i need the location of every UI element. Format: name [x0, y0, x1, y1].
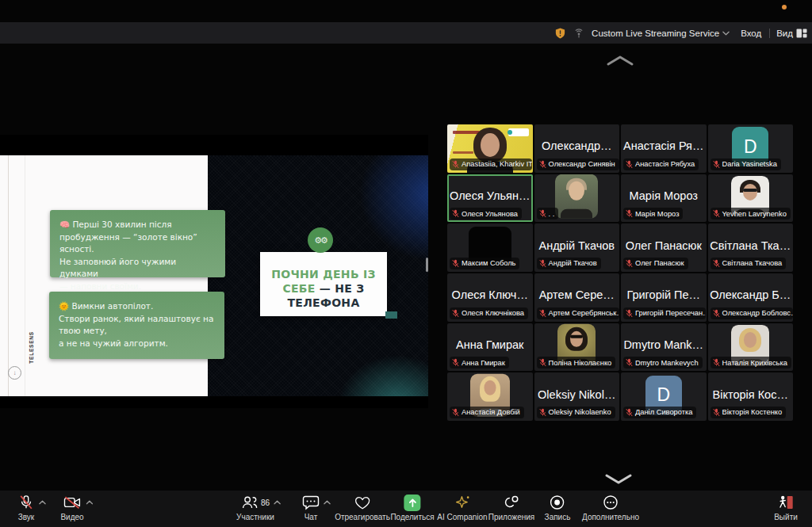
muted-mic-icon — [452, 358, 459, 367]
security-shield-icon[interactable] — [554, 27, 566, 40]
avatar — [555, 174, 598, 219]
participant-label: Анастасія Довбій — [450, 407, 524, 418]
participant-label: Максим Соболь — [450, 258, 519, 269]
share-screen-button[interactable]: Поделиться — [390, 495, 434, 521]
participant-tile[interactable]: D Даніл Сиворотка — [621, 372, 707, 421]
participant-label: Андрій Ткачов — [537, 258, 601, 269]
participant-label: Anastasiia, Kharkiv IT… — [450, 158, 532, 170]
participant-tile[interactable]: Олег Панасюк Олег Панасюк — [621, 223, 707, 272]
participant-tile[interactable]: Анна Гмирак Анна Гмирак — [447, 323, 533, 372]
more-ellipsis-icon — [603, 495, 619, 510]
participant-label: Dmytro Mankevych — [623, 357, 703, 369]
participant-label: . . — [537, 208, 559, 220]
shared-screen: TELESENS ↓ 🧠 Перші 30 хвилин після пробу… — [0, 135, 428, 408]
participant-tile[interactable]: Dmytro Mank… Dmytro Mankevych — [621, 323, 707, 372]
meeting-toolbar: Звук Видео 86 Участники — [0, 491, 812, 527]
video-options-chevron[interactable] — [86, 500, 93, 505]
participant-label: Анна Гмирак — [450, 357, 509, 369]
telesens-brand: TELESENS — [29, 331, 34, 364]
participant-tile[interactable]: Олександр… Олександр Синявін — [534, 124, 620, 173]
muted-mic-icon — [626, 259, 633, 268]
top-menu-bar: Custom Live Streaming Service Вход Вид — [0, 22, 812, 44]
muted-mic-icon — [452, 408, 459, 417]
download-arrow-icon: ↓ — [8, 366, 21, 380]
apps-button[interactable]: Приложения — [488, 495, 535, 521]
participant-tile[interactable]: Анастасія Довбій — [447, 372, 533, 421]
participant-tile[interactable]: Yevhen Lavrynenko — [708, 174, 794, 223]
participants-count: 86 — [261, 498, 270, 507]
broadcast-icon — [573, 28, 584, 39]
leave-meeting-button[interactable]: Выйти — [774, 495, 798, 521]
mute-audio-button[interactable]: Звук — [17, 495, 35, 521]
participant-tile[interactable]: Поліна Ніколаєнко — [534, 323, 620, 372]
participant-label: Марія Мороз — [623, 208, 683, 220]
participant-tile[interactable]: Oleksiy Nikol… Oleksiy Nikolaenko — [534, 372, 620, 421]
muted-camera-icon — [63, 495, 82, 510]
muted-mic-icon — [713, 209, 720, 218]
view-button[interactable]: Вид — [776, 29, 807, 38]
record-icon — [550, 495, 565, 510]
participant-tile[interactable]: . . — [534, 174, 620, 223]
muted-mic-icon — [713, 309, 720, 318]
participant-tile[interactable]: Вікторія Кос… Вікторія Костенко — [708, 372, 794, 421]
participant-tile[interactable]: D Daria Yasinetska — [708, 124, 794, 173]
muted-mic-icon — [626, 309, 633, 318]
participant-label: Daria Yasinetska — [710, 158, 781, 170]
expand-gallery-chevron[interactable] — [603, 473, 634, 489]
participants-options-chevron[interactable] — [274, 500, 281, 505]
start-video-button[interactable]: Видео — [60, 495, 83, 521]
muted-mic-icon — [713, 160, 720, 169]
muted-mic-icon — [452, 160, 459, 169]
chat-icon — [302, 495, 320, 510]
muted-mic-icon — [539, 408, 546, 417]
muted-mic-icon — [452, 309, 459, 318]
participant-tile[interactable]: Олександр Б… Олександр Бобловс… — [708, 273, 794, 322]
muted-mic-icon — [539, 309, 546, 318]
muted-mic-icon — [452, 259, 459, 268]
audio-options-chevron[interactable] — [39, 500, 46, 505]
muted-mic-icon — [713, 358, 720, 367]
muted-mic-icon — [626, 160, 633, 169]
collapse-gallery-chevron[interactable] — [605, 54, 635, 70]
participant-tile[interactable]: Григорій Пе… Григорій Пересечан… — [621, 273, 707, 322]
participant-label: Світлана Ткачова — [710, 258, 787, 269]
chat-button[interactable]: Чат — [302, 495, 320, 521]
participant-tile[interactable]: Світлана Тка… Світлана Ткачова — [708, 223, 794, 272]
streaming-service-dropdown[interactable]: Custom Live Streaming Service — [592, 29, 730, 38]
participants-button[interactable]: 86 Участники — [236, 495, 274, 521]
participant-tile[interactable]: Анастасія Ря… Анастасія Рябуха — [621, 124, 707, 173]
streaming-service-label: Custom Live Streaming Service — [592, 29, 719, 38]
participant-tile[interactable]: Артем Сере… Артем Серебрянськ… — [534, 273, 620, 322]
ai-companion-button[interactable]: AI Companion — [437, 495, 487, 521]
gears-icon: ⚙⚙ — [308, 227, 333, 253]
participant-tile[interactable]: Олеся Ключ… Олеся Ключнікова — [447, 273, 533, 322]
muted-mic-icon — [713, 408, 720, 417]
muted-mic-icon — [452, 209, 459, 218]
more-button[interactable]: Дополнительно — [582, 495, 639, 521]
slide-title-line1: ПОЧНИ ДЕНЬ ІЗ — [271, 267, 376, 281]
participant-tile[interactable]: Anastasiia, Kharkiv IT… — [447, 124, 533, 173]
screenshare-scrollbar[interactable] — [426, 258, 428, 272]
participant-label: Артем Серебрянськ… — [537, 307, 619, 319]
login-button[interactable]: Вход — [741, 29, 761, 38]
record-button[interactable]: Запись — [545, 495, 571, 521]
participant-tile[interactable]: Андрій Ткачов Андрій Ткачов — [534, 223, 620, 272]
slide-bullet-box-2: 🌞 Вимкни автопілот. Створи ранок, який н… — [49, 292, 224, 359]
participant-tile[interactable]: Марія Мороз Марія Мороз — [621, 174, 707, 223]
slide-teal-accent — [385, 311, 397, 319]
slide-title-card: ПОЧНИ ДЕНЬ ІЗ СЕБЕ — НЕ З ТЕЛЕФОНА — [260, 252, 387, 316]
participant-tile[interactable]: Максим Соболь — [447, 223, 533, 272]
participant-label: Поліна Ніколаєнко — [537, 357, 616, 369]
participant-label: Олександр Бобловс… — [710, 307, 793, 319]
participant-tile[interactable]: Наталія Крихівська — [708, 323, 794, 372]
participant-label: Анастасія Рябуха — [623, 158, 699, 170]
muted-mic-icon — [713, 259, 720, 268]
slide-page-edge — [8, 155, 9, 396]
muted-mic-icon — [626, 408, 633, 417]
participant-label: Олеся Ключнікова — [450, 307, 528, 319]
menu-divider — [769, 29, 770, 38]
apps-icon — [503, 495, 520, 510]
participant-tile-active[interactable]: Олеся Ульян… Олеся Ульянова — [447, 174, 533, 223]
react-button[interactable]: Отреагировать — [335, 495, 390, 521]
chat-options-chevron[interactable] — [324, 500, 331, 505]
